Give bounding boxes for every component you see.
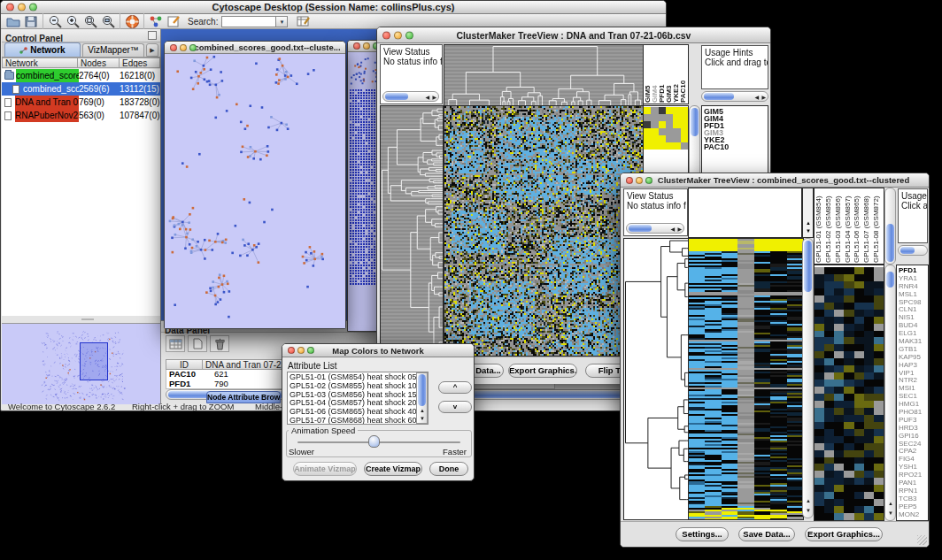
close-icon[interactable]: [288, 347, 295, 354]
zoom-window-icon[interactable]: [307, 347, 314, 354]
array-col-label[interactable]: GPL51-08 (GSM872): [873, 189, 883, 263]
minimize-icon[interactable]: [636, 177, 643, 184]
treeview2-column-dendrogram-area[interactable]: [688, 188, 802, 238]
treeview2-gene-dendrogram[interactable]: [623, 238, 690, 520]
vizmapper-icon[interactable]: [147, 12, 165, 30]
open-session-icon[interactable]: [4, 12, 22, 30]
scrollbar-thumb[interactable]: [418, 374, 426, 406]
close-icon[interactable]: [170, 44, 177, 51]
treeview1-titlebar[interactable]: ClusterMaker TreeView : DNA and Tran 07-…: [377, 27, 770, 43]
network-overview-panel[interactable]: [2, 323, 160, 404]
scroll-down-arrow[interactable]: ▼: [806, 228, 811, 234]
treeview2-titlebar[interactable]: ClusterMaker TreeView : combined_scores_…: [621, 173, 929, 188]
col-edges[interactable]: Edges: [120, 58, 160, 68]
scroll-up-arrow[interactable]: ▲: [420, 408, 425, 413]
float-panel-icon[interactable]: [148, 31, 157, 40]
treeview1-column-dendrogram[interactable]: [444, 44, 644, 106]
minimize-icon[interactable]: [394, 31, 402, 39]
scroll-down-arrow[interactable]: ▼: [888, 510, 893, 516]
treeview1-gene-dendrogram[interactable]: [380, 105, 444, 357]
zoom-selected-icon[interactable]: [99, 12, 117, 30]
network-tree-row[interactable]: DNA and Tran 07 769(0) 183728(0): [2, 96, 160, 109]
scroll-up-arrow[interactable]: ▲: [806, 498, 811, 503]
minimize-icon[interactable]: [363, 42, 370, 50]
zoom-window-icon[interactable]: [29, 4, 37, 12]
usage-hints-hscrollbar[interactable]: [898, 245, 928, 256]
scroll-down-arrow[interactable]: ▼: [420, 416, 425, 421]
zoom-in-icon[interactable]: [64, 12, 81, 30]
close-icon[interactable]: [626, 177, 633, 184]
zoom-window-icon[interactable]: [189, 44, 197, 51]
col-nodes[interactable]: Nodes: [78, 58, 120, 68]
network-view-canvas[interactable]: [165, 54, 345, 328]
treeview2-button[interactable]: Settings...: [676, 527, 729, 541]
treeview2-global-heatmap[interactable]: [688, 238, 804, 520]
overview-selection-rect[interactable]: [80, 342, 108, 380]
treeview2-button[interactable]: Save Data...: [738, 527, 795, 541]
treeview1-button[interactable]: Export Graphics...: [508, 364, 577, 378]
move-down-button[interactable]: v: [438, 401, 472, 413]
resize-grip[interactable]: [917, 535, 927, 545]
scrollbar-thumb[interactable]: [691, 108, 699, 136]
done-button[interactable]: Done: [429, 462, 468, 476]
network-tree-row[interactable]: combined_sco 2569(6) 13112(15): [2, 82, 160, 96]
panel-splitter[interactable]: [2, 316, 160, 323]
view-status-hscrollbar[interactable]: ◀▶: [382, 91, 439, 102]
attribute-list-vscrollbar[interactable]: ▲▼: [416, 372, 428, 424]
zoom-out-icon[interactable]: [46, 12, 64, 30]
attribute-browser-icon[interactable]: [295, 12, 313, 30]
dialog-titlebar[interactable]: Map Colors to Network: [282, 344, 474, 357]
scrollbar-thumb[interactable]: [886, 224, 894, 262]
delete-attribute-icon[interactable]: [210, 335, 229, 352]
search-dropdown-button[interactable]: ▼: [276, 16, 288, 27]
new-attribute-icon[interactable]: [188, 335, 207, 352]
array-col-label[interactable]: GPL51-03 (GSM856): [835, 189, 845, 263]
minimize-icon[interactable]: [18, 4, 26, 12]
zoom-window-icon[interactable]: [405, 31, 413, 39]
treeview1-global-heatmap[interactable]: [444, 105, 644, 357]
attribute-item[interactable]: GPL51-07 (GSM868) heat shock 60 min: [288, 417, 428, 425]
treeview2-detail-heatmap[interactable]: [815, 267, 884, 520]
save-session-icon[interactable]: [22, 12, 40, 30]
search-input[interactable]: [221, 16, 276, 27]
zoom-window-icon[interactable]: [645, 177, 652, 184]
animate-vizmap-button[interactable]: Animate Vizmap: [293, 462, 357, 476]
move-up-button[interactable]: ^: [438, 381, 472, 394]
speed-slider-thumb[interactable]: [368, 435, 380, 448]
help-icon[interactable]: [123, 12, 141, 30]
close-icon[interactable]: [382, 31, 390, 39]
network-tree-row[interactable]: combined_scores 2764(0) 16218(0): [2, 69, 160, 82]
zoom-fit-icon[interactable]: [81, 12, 99, 30]
minimize-icon[interactable]: [297, 347, 305, 354]
scroll-down-arrow[interactable]: ▼: [806, 508, 811, 513]
tab-network[interactable]: Network: [4, 42, 81, 57]
minimize-icon[interactable]: [180, 44, 187, 51]
tab-vizmapper[interactable]: VizMapper™: [82, 43, 144, 57]
view-status-hscrollbar[interactable]: ◀▶: [626, 223, 684, 234]
create-vizmap-button[interactable]: Create Vizmap: [364, 462, 422, 476]
attribute-listbox[interactable]: GPL51-01 (GSM854) heat shock 05 minGPL51…: [287, 372, 429, 425]
detail-col-label[interactable]: PAC10: [680, 46, 687, 103]
window-controls[interactable]: [6, 4, 37, 12]
node-attribute-browser-tab[interactable]: Node Attribute Brows: [206, 391, 281, 403]
tab-overflow-button[interactable]: ▶: [146, 43, 158, 57]
gene-label[interactable]: PAC10: [702, 143, 768, 150]
network-tree-row[interactable]: RNAPuberNov2+I 563(0) 107847(0): [2, 109, 160, 122]
gene-label[interactable]: MON2: [897, 511, 928, 519]
annotation-icon[interactable]: [165, 12, 182, 30]
col-network[interactable]: Network: [2, 58, 78, 68]
select-attributes-icon[interactable]: [166, 335, 185, 352]
close-icon[interactable]: [6, 4, 14, 12]
treeview2-collabels-vscrollbar[interactable]: [884, 188, 896, 265]
close-icon[interactable]: [353, 42, 360, 50]
scroll-up-arrow[interactable]: ▲: [806, 220, 811, 226]
scrollbar-thumb[interactable]: [804, 241, 812, 292]
scroll-up-arrow[interactable]: ▲: [888, 501, 893, 506]
treeview1-detail-heatmap[interactable]: [644, 107, 688, 150]
scrollbar-thumb[interactable]: [886, 272, 894, 288]
usage-hints-hscrollbar[interactable]: ◀▶: [701, 91, 768, 102]
treeview2-genelist-vscrollbar[interactable]: ▲▼: [884, 265, 896, 521]
treeview2-heatmap-vscrollbar[interactable]: ▲▼: [802, 238, 814, 518]
network-view-titlebar[interactable]: combined_scores_good.txt--cluste...: [165, 42, 345, 54]
treeview2-button[interactable]: Export Graphics...: [805, 527, 883, 541]
